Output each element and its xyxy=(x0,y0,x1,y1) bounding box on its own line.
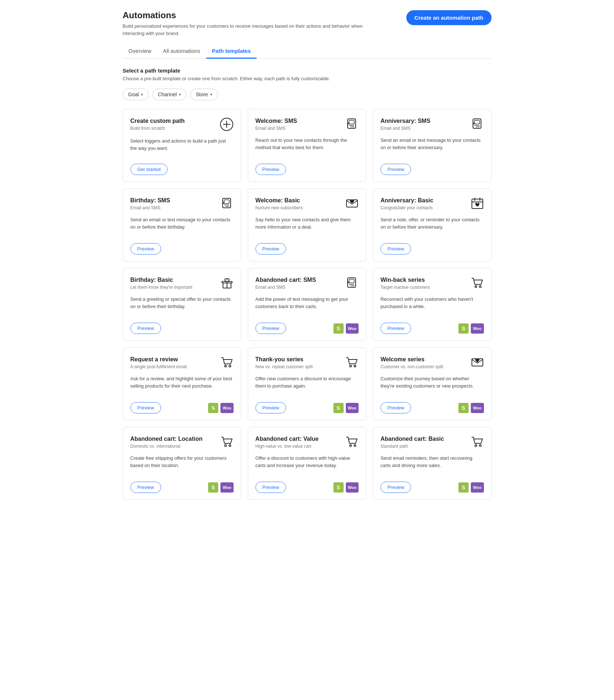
card-subtitle: Customer vs. non-customer split xyxy=(380,364,443,369)
calendar-heart-icon xyxy=(471,197,484,212)
filter-channel[interactable]: Channel ▾ xyxy=(152,89,187,100)
tabs: Overview All automations Path templates xyxy=(123,44,492,59)
card-subtitle: Standard path xyxy=(380,444,444,449)
shopify-badge: S xyxy=(458,482,469,493)
card-anniversary-basic: Anniversary: Basic Congratulate your con… xyxy=(373,188,491,261)
header-row: Automations Build personalized experienc… xyxy=(123,10,492,37)
tab-overview[interactable]: Overview xyxy=(123,44,157,59)
chevron-down-icon: ▾ xyxy=(210,92,212,97)
svg-point-30 xyxy=(229,365,231,367)
platform-badges: S Woo xyxy=(208,403,234,413)
card-title-block: Thank-you series New vs. repeat customer… xyxy=(255,356,313,369)
card-footer: Preview xyxy=(130,323,234,334)
card-header: Birthday: Basic Let them know they're im… xyxy=(130,276,234,291)
shopify-badge: S xyxy=(333,482,344,493)
svg-point-37 xyxy=(354,445,356,447)
card-title-block: Anniversary: SMS Email and SMS xyxy=(380,117,430,131)
svg-point-39 xyxy=(479,445,481,447)
card-footer: Preview S Woo xyxy=(130,402,234,413)
card-abandoned-cart-location: Abandoned cart: Location Domestic vs. in… xyxy=(123,427,241,500)
card-header: Win-back series Target inactive customer… xyxy=(380,276,484,291)
preview-button[interactable]: Preview xyxy=(255,243,286,254)
woo-badge: Woo xyxy=(471,482,484,493)
cart-icon xyxy=(345,435,359,450)
page-description: Build personalized experiences for your … xyxy=(123,23,378,37)
preview-button[interactable]: Preview xyxy=(255,482,286,493)
preview-button[interactable]: Preview xyxy=(380,482,411,493)
cards-grid: Create custom path Build from scratch Se… xyxy=(123,109,492,500)
svg-rect-4 xyxy=(349,120,354,124)
card-win-back-series: Win-back series Target inactive customer… xyxy=(373,268,491,341)
chevron-down-icon: ▾ xyxy=(179,92,181,97)
preview-button[interactable]: Preview xyxy=(255,164,286,175)
card-title-block: Create custom path Build from scratch xyxy=(130,117,185,131)
preview-button[interactable]: Preview xyxy=(380,243,411,254)
card-abandoned-cart-sms: Abandoned cart: SMS Email and SMS Add th… xyxy=(248,268,366,341)
card-anniversary-sms: Anniversary: SMS Email and SMS Send an e… xyxy=(373,109,491,182)
card-subtitle: Email and SMS xyxy=(380,126,430,131)
svg-point-32 xyxy=(354,365,356,367)
card-title: Birthday: SMS xyxy=(130,197,170,205)
preview-button[interactable]: Preview xyxy=(380,164,411,175)
card-footer: Preview S Woo xyxy=(130,482,234,493)
woo-badge: Woo xyxy=(220,482,234,493)
card-abandoned-cart-value: Abandoned cart: Value High-value vs. low… xyxy=(248,427,366,500)
card-title: Thank-you series xyxy=(255,356,313,363)
card-description: Send a note, offer, or reminder to your … xyxy=(380,216,484,237)
card-subtitle: Nurture new subscribers xyxy=(255,205,303,210)
tab-path-templates[interactable]: Path templates xyxy=(206,44,257,59)
svg-rect-24 xyxy=(349,279,354,283)
card-subtitle: Target inactive customers xyxy=(380,285,430,290)
svg-point-38 xyxy=(475,445,477,447)
tab-all-automations[interactable]: All automations xyxy=(157,44,206,59)
preview-button[interactable]: Preview xyxy=(130,482,161,493)
section-subtitle: Choose a pre-built template or create on… xyxy=(123,76,492,81)
cart-icon xyxy=(471,276,484,291)
card-header: Anniversary: SMS Email and SMS xyxy=(380,117,484,132)
card-description: Send a greeting or special offer to your… xyxy=(130,296,234,317)
card-welcome-basic: Welcome: Basic Nurture new subscribers S… xyxy=(248,188,366,261)
card-title: Abandoned cart: Location xyxy=(130,435,203,443)
card-header: Anniversary: Basic Congratulate your con… xyxy=(380,197,484,212)
card-abandoned-cart-basic: Abandoned cart: Basic Standard path Send… xyxy=(373,427,491,500)
preview-button[interactable]: Preview xyxy=(380,323,411,334)
card-footer: Preview S Woo xyxy=(255,402,359,413)
preview-button[interactable]: Preview xyxy=(130,323,161,334)
preview-button[interactable]: Preview xyxy=(130,402,161,413)
card-title: Abandoned cart: Basic xyxy=(380,435,444,443)
card-description: Reconnect with your customers who haven'… xyxy=(380,296,484,317)
preview-button[interactable]: Preview xyxy=(255,402,286,413)
card-description: Offer a discount to customers with high-… xyxy=(255,455,359,476)
woo-badge: Woo xyxy=(471,403,484,413)
shopify-badge: S xyxy=(458,323,469,334)
card-title-block: Birthday: SMS Email and SMS xyxy=(130,197,170,210)
card-header: Birthday: SMS Email and SMS xyxy=(130,197,234,212)
create-automation-button[interactable]: Create an automation path xyxy=(406,10,491,25)
filter-goal[interactable]: Goal ▾ xyxy=(123,89,149,100)
card-footer: Preview S Woo xyxy=(380,482,484,493)
woo-badge: Woo xyxy=(471,323,484,334)
get-started-button[interactable]: Get started xyxy=(130,164,168,175)
card-title-block: Request a review A single post-fulfillme… xyxy=(130,356,187,369)
filter-store[interactable]: Store ▾ xyxy=(190,89,218,100)
card-footer: Get started xyxy=(130,164,234,175)
preview-button[interactable]: Preview xyxy=(380,402,411,413)
svg-point-31 xyxy=(350,365,352,367)
card-title-block: Abandoned cart: SMS Email and SMS xyxy=(255,276,316,290)
shopify-badge: S xyxy=(458,403,469,413)
card-title: Welcome: Basic xyxy=(255,197,303,205)
card-title-block: Abandoned cart: Basic Standard path xyxy=(380,435,444,449)
card-title-block: Welcome: Basic Nurture new subscribers xyxy=(255,197,303,210)
preview-button[interactable]: Preview xyxy=(130,243,161,254)
preview-button[interactable]: Preview xyxy=(255,323,286,334)
card-title: Anniversary: SMS xyxy=(380,117,430,125)
page-container: Automations Build personalized experienc… xyxy=(114,0,500,510)
card-footer: Preview S Woo xyxy=(380,323,484,334)
card-subtitle: Congratulate your contacts xyxy=(380,205,433,210)
svg-point-27 xyxy=(475,286,477,288)
card-title-block: Abandoned cart: Value High-value vs. low… xyxy=(255,435,318,449)
shopify-badge: S xyxy=(208,403,218,413)
gift-icon xyxy=(220,276,234,291)
cart-icon xyxy=(220,435,234,450)
svg-rect-12 xyxy=(224,200,229,203)
